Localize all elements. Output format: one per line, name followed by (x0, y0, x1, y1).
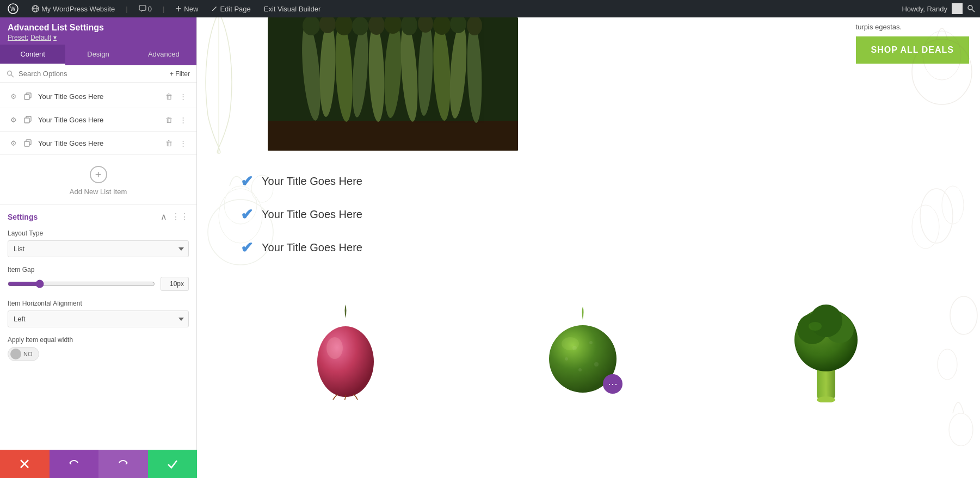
user-greeting: Howdy, Randy (902, 5, 947, 13)
collapse-button[interactable]: ∧ (161, 212, 167, 222)
checklist-section: ✔ Your Title Goes Here ✔ Your Title Goes… (197, 162, 980, 283)
settings-controls: ∧ ⋮⋮ (161, 212, 189, 222)
layout-type-select[interactable]: List Grid Masonry (8, 240, 189, 257)
list-item-1-actions: 🗑 ⋮ (163, 90, 189, 102)
asparagus-photo (268, 17, 518, 151)
settings-header: Settings ∧ ⋮⋮ (8, 212, 189, 222)
svg-text:W: W (10, 6, 16, 12)
svg-point-68 (949, 413, 973, 446)
equal-width-label: Apply item equal width (8, 336, 189, 344)
check-item-3: ✔ Your Title Goes Here (241, 239, 958, 257)
list-item-2: ⚙ Your Title Goes Here 🗑 ⋮ (0, 108, 196, 132)
undo-button[interactable] (50, 450, 99, 478)
comments-count: 0 (148, 5, 152, 13)
item-gap-range-group: 10px (8, 277, 189, 291)
list-item-3: ⚙ Your Title Goes Here 🗑 ⋮ (0, 132, 196, 155)
undo-icon (68, 458, 80, 470)
sidebar-header: Advanced List Settings Preset: Default ▾ (0, 17, 196, 45)
settings-icon-2[interactable]: ⚙ (8, 114, 20, 126)
svg-point-32 (352, 17, 368, 35)
redo-button[interactable] (98, 450, 148, 478)
sidebar-title: Advanced List Settings (8, 23, 189, 33)
layout-type-label: Layout Type (8, 229, 189, 237)
user-avatar (952, 3, 963, 14)
list-items-container: ⚙ Your Title Goes Here 🗑 ⋮ ⚙ (0, 83, 196, 157)
content-wrapper: turpis egestas. SHOP ALL DEALS (197, 17, 980, 426)
more-icon-3[interactable]: ⋮ (177, 137, 189, 149)
duplicate-icon-2[interactable] (22, 114, 34, 126)
delete-icon-1[interactable]: 🗑 (163, 90, 175, 102)
description-text: turpis egestas. (856, 23, 969, 31)
site-name: My WordPress Website (41, 5, 115, 13)
svg-point-10 (8, 71, 12, 75)
onion-item (310, 302, 381, 402)
check-text-3: Your Title Goes Here (262, 241, 362, 254)
more-icon-1[interactable]: ⋮ (177, 90, 189, 102)
onion-svg (310, 302, 381, 400)
more-icon-2[interactable]: ⋮ (177, 114, 189, 126)
layout: Advanced List Settings Preset: Default ▾… (0, 0, 980, 478)
comments-link[interactable]: 0 (135, 0, 155, 17)
svg-point-57 (578, 368, 582, 371)
svg-point-67 (938, 349, 957, 380)
equal-width-toggle[interactable]: NO (8, 347, 39, 361)
horizontal-alignment-label: Item Horizontal Alignment (8, 300, 189, 307)
save-button[interactable] (148, 450, 198, 478)
shop-all-deals-button[interactable]: SHOP ALL DEALS (856, 36, 969, 64)
redo-icon (117, 458, 129, 470)
deco-leaf (197, 17, 241, 161)
shop-area: turpis egestas. SHOP ALL DEALS (856, 23, 980, 64)
times-icon (19, 458, 30, 470)
settings-icon-3[interactable]: ⚙ (8, 137, 20, 149)
topbar-search-icon[interactable] (967, 4, 976, 13)
svg-rect-13 (24, 118, 29, 123)
check-item-2: ✔ Your Title Goes Here (241, 206, 958, 224)
deco-right-bottom (898, 283, 980, 426)
exit-builder-link[interactable]: Exit Visual Builder (261, 0, 324, 17)
svg-point-55 (565, 357, 568, 361)
add-new-list-item[interactable]: + Add New List Item (0, 157, 196, 204)
cancel-button[interactable] (0, 450, 50, 478)
site-link[interactable]: My WordPress Website (28, 0, 118, 17)
sidebar: Advanced List Settings Preset: Default ▾… (0, 17, 197, 478)
svg-point-50 (317, 326, 374, 397)
tab-advanced[interactable]: Advanced (131, 45, 196, 65)
svg-point-64 (810, 305, 842, 337)
delete-icon-3[interactable]: 🗑 (163, 137, 175, 149)
edit-page-link[interactable]: Edit Page (208, 0, 254, 17)
item-gap-value: 10px (161, 277, 189, 291)
list-item-3-title: Your Title Goes Here (38, 139, 158, 147)
list-item-1-icons: ⚙ (8, 90, 34, 102)
svg-rect-12 (24, 95, 29, 100)
settings-icon-1[interactable]: ⚙ (8, 90, 20, 102)
comment-icon (139, 5, 146, 13)
search-input[interactable] (19, 70, 165, 78)
toggle-knob (10, 349, 21, 359)
item-gap-slider[interactable] (8, 280, 155, 288)
tab-content[interactable]: Content (0, 45, 65, 65)
duplicate-icon-1[interactable] (22, 90, 34, 102)
topbar-divider-2: | (163, 5, 164, 13)
deco-right-bottom-svg (898, 283, 980, 446)
top-section: turpis egestas. SHOP ALL DEALS (197, 17, 980, 162)
sidebar-preset[interactable]: Preset: Default ▾ (8, 34, 189, 41)
horizontal-alignment-select[interactable]: Left Center Right (8, 311, 189, 327)
duplicate-icon-3[interactable] (22, 137, 34, 149)
svg-point-58 (562, 337, 579, 350)
drag-handle[interactable]: ⋮⋮ (171, 212, 189, 222)
svg-line-9 (972, 9, 975, 12)
filter-button[interactable]: + Filter (170, 70, 190, 78)
exit-builder-label: Exit Visual Builder (264, 5, 321, 13)
zucchini-item: ⋯ (542, 305, 624, 399)
toggle-label: NO (23, 351, 33, 357)
sidebar-search: + Filter (0, 65, 196, 83)
site-icon (32, 5, 39, 13)
vegetables-section: ⋯ (197, 283, 980, 426)
svg-rect-5 (139, 5, 146, 10)
svg-point-65 (809, 322, 822, 331)
wp-logo[interactable]: W (4, 0, 22, 17)
tab-design[interactable]: Design (65, 45, 131, 65)
add-new-label: Add New List Item (70, 188, 127, 196)
new-link[interactable]: New (172, 0, 201, 17)
delete-icon-2[interactable]: 🗑 (163, 114, 175, 126)
